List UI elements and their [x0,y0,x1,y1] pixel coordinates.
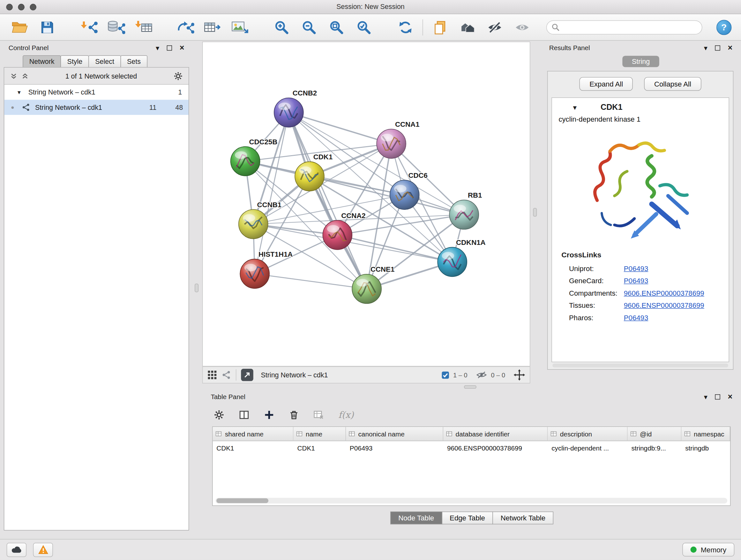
import-table-button[interactable] [133,17,154,38]
show-columns-icon[interactable] [239,409,250,420]
horizontal-splitter-grip[interactable] [464,385,476,388]
tab-node-table[interactable]: Node Table [390,511,442,524]
detach-network-view-button[interactable] [241,369,253,381]
add-column-plus-icon[interactable] [264,409,274,420]
pan-mode-crosshair-icon[interactable] [514,369,525,381]
warnings-button[interactable] [33,543,53,557]
open-session-button[interactable] [10,17,30,38]
tab-edge-table[interactable]: Edge Table [442,511,493,524]
network-share-icon [22,103,30,112]
delete-column-trash-icon[interactable] [289,409,299,420]
help-button[interactable]: ? [717,19,731,35]
table-cell[interactable]: stringdb:9... [628,441,682,455]
column-header[interactable]: canonical name [346,427,443,441]
copy-documents-button[interactable] [429,17,450,38]
gene-section-header[interactable]: ▼ CDK1 [552,98,729,114]
hide-selected-button[interactable] [484,17,505,38]
table-cell[interactable]: CDK1 [293,441,346,455]
export-image-button[interactable] [230,17,251,38]
results-horizontal-scrollbar[interactable] [552,364,728,368]
hidden-eye-slash-icon[interactable] [476,371,487,379]
crosslink-link[interactable]: P06493 [624,276,649,285]
table-cell[interactable]: stringdb [681,441,730,455]
disclosure-triangle-icon[interactable]: ▼ [17,89,22,95]
network-list-panel: 1 of 1 Network selected ▼ String Network… [4,67,189,530]
crosslink-link[interactable]: 9606.ENSP00000378699 [624,301,704,309]
column-header[interactable]: database identifier [443,427,548,441]
table-cell[interactable]: 9606.ENSP00000378699 [443,441,548,455]
tab-style[interactable]: Style [61,55,89,68]
table-scrollbar-thumb[interactable] [216,498,268,503]
zoom-out-button[interactable] [299,17,320,38]
memory-button[interactable]: Memory [682,543,734,557]
network-node-HIST1H1A[interactable]: HIST1H1A [240,250,293,288]
network-row[interactable]: ● String Network – cdk1 11 48 [4,100,189,115]
import-network-file-button[interactable] [78,17,99,38]
crosslink-link[interactable]: 9606.ENSP00000378699 [624,289,704,297]
control-panel-close-button[interactable]: × [180,44,185,52]
application-window: Session: New Session [0,0,741,560]
network-node-CDKN1A[interactable]: CDKN1A [437,239,485,276]
table-panel-float-button[interactable]: ▾ [704,393,708,400]
network-node-RB1[interactable]: RB1 [449,191,482,229]
tab-network-table[interactable]: Network Table [493,511,554,524]
zoom-selected-button[interactable] [354,17,374,38]
table-cell[interactable]: CDK1 [212,441,293,455]
results-panel-maximize-button[interactable] [715,45,720,50]
control-panel-maximize-button[interactable] [167,45,172,50]
column-header[interactable]: namespac [681,427,730,441]
save-session-button[interactable] [37,17,58,38]
column-header[interactable]: name [293,427,346,441]
network-node-CDK1[interactable]: CDK1 [295,153,333,191]
table-cell[interactable]: P06493 [346,441,443,455]
table-settings-gear-icon[interactable] [213,409,224,420]
hidden-node-edge-counts: 0 – 0 [491,371,505,378]
zoom-fit-button[interactable] [326,17,347,38]
selected-checkbox-icon[interactable] [441,371,449,379]
apply-preferred-layout-button[interactable] [395,17,416,38]
results-panel-float-button[interactable]: ▾ [704,44,708,51]
crosslink-link[interactable]: P06493 [624,313,649,321]
network-node-CCNA1[interactable]: CCNA1 [377,120,419,159]
section-disclosure-triangle-icon[interactable]: ▼ [572,104,578,111]
zoom-in-button[interactable] [271,17,292,38]
results-panel-close-button[interactable]: × [728,44,733,52]
cloud-status-button[interactable] [7,543,26,557]
gear-icon[interactable] [173,71,183,81]
table-horizontal-scrollbar[interactable] [215,498,727,503]
collapse-all-icon[interactable] [10,72,17,80]
new-table-from-network-button[interactable] [202,17,223,38]
right-splitter-grip[interactable] [533,208,537,217]
tab-select[interactable]: Select [89,55,121,68]
tab-network[interactable]: Network [23,55,61,68]
expand-all-icon[interactable] [21,72,29,80]
left-splitter-grip[interactable] [195,284,199,293]
graphics-detail-toggle-icon[interactable] [222,370,231,380]
import-network-database-button[interactable] [106,17,127,38]
main-toolbar: ? [0,14,741,41]
table-cell[interactable]: cyclin-dependent ... [548,441,627,455]
new-network-from-selection-button[interactable] [175,17,196,38]
collapse-all-button[interactable]: Collapse All [644,77,701,91]
network-overview-button[interactable] [457,17,478,38]
tab-sets[interactable]: Sets [120,55,147,68]
table-row[interactable]: CDK1 CDK1 P06493 9606.ENSP00000378699 cy… [212,441,730,455]
column-header[interactable]: description [548,427,627,441]
control-panel-float-button[interactable]: ▾ [156,44,159,51]
tab-string[interactable]: String [622,56,659,67]
column-header[interactable]: shared name [212,427,293,441]
column-header[interactable]: @id [628,427,682,441]
table-panel-close-button[interactable]: × [728,393,733,401]
network-node-CCNB2[interactable]: CCNB2 [274,89,317,127]
table-panel-maximize-button[interactable] [715,394,720,399]
gene-description: cyclin-dependent kinase 1 [552,114,729,126]
search-icon [551,23,559,31]
search-input[interactable] [562,23,697,31]
network-collection-row[interactable]: ▼ String Network – cdk1 1 [4,84,189,100]
birdseye-toggle-icon[interactable] [207,370,217,380]
network-canvas[interactable]: CCNB2CCNA1CDC25BCDK1CDC6RB1CCNB1CCNA2CDK… [203,42,530,366]
expand-all-button[interactable]: Expand All [580,77,633,91]
global-search-box[interactable] [546,20,702,34]
show-hidden-button[interactable] [512,17,533,38]
crosslink-link[interactable]: P06493 [624,264,649,272]
